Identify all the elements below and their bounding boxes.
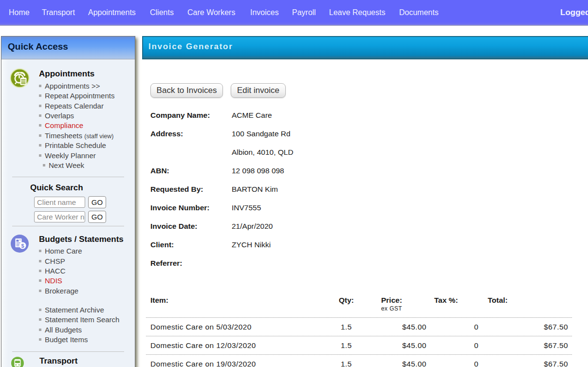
svg-text:$: $: [21, 243, 24, 249]
